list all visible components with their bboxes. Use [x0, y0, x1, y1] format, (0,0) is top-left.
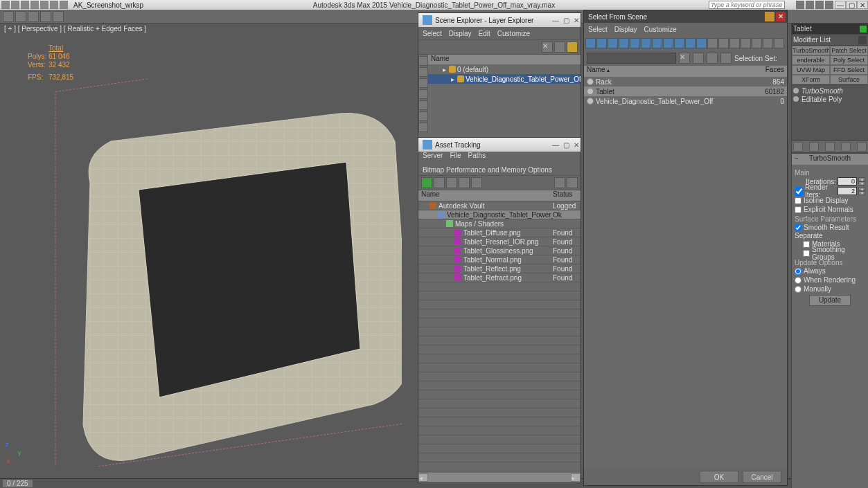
maximize-icon[interactable]: ▢	[563, 141, 569, 149]
filter-none-icon[interactable]	[718, 38, 729, 48]
modifier-preset-button[interactable]: enderable Spli	[792, 55, 830, 65]
refresh-icon[interactable]	[421, 177, 432, 188]
cancel-button[interactable]: Cancel	[743, 471, 781, 483]
menu-display[interactable]: Display	[614, 26, 637, 33]
menu-server[interactable]: Server	[423, 152, 443, 159]
scene-tree-row[interactable]: ▸Vehicle_Diagnostic_Tablet_Power_Off	[428, 74, 581, 84]
minimize-button[interactable]: —	[835, 1, 846, 9]
dropdown-arrow-icon[interactable]	[858, 36, 867, 44]
search-clear-icon[interactable]: ✕	[679, 53, 690, 64]
view-hier-icon[interactable]	[707, 53, 718, 64]
filter-invert-icon[interactable]	[729, 38, 740, 48]
filter-icon[interactable]	[418, 111, 428, 121]
toolbar-button[interactable]	[15, 11, 26, 22]
maximize-button[interactable]: ▢	[846, 1, 857, 9]
select-from-list[interactable]: Rack864Tablet60182Vehicle_Diagnostic_Tab…	[584, 77, 787, 469]
search-input[interactable]	[587, 53, 676, 64]
toolbar-button[interactable]	[28, 11, 39, 22]
expand-toggle-icon[interactable]: ▸	[441, 66, 448, 73]
scene-explorer-title-bar[interactable]: Scene Explorer - Layer Explorer — ▢ ✕	[418, 13, 581, 27]
smoothing-groups-checkbox[interactable]	[803, 250, 810, 257]
modifier-toggle-icon[interactable]	[793, 96, 799, 102]
filter-icon[interactable]	[418, 89, 428, 99]
filter-shapes-icon[interactable]	[596, 38, 607, 48]
filter-bone-icon[interactable]	[674, 38, 684, 48]
col-name[interactable]: Name	[418, 190, 553, 201]
asset-row[interactable]: Tablet_Fresnel_IOR.pngFound	[418, 237, 581, 246]
menu-customize[interactable]: Customize	[644, 26, 677, 33]
col-name[interactable]: Name	[587, 66, 605, 73]
close-icon[interactable]: ✕	[776, 12, 786, 21]
filter-groups-icon[interactable]	[652, 38, 662, 48]
select-dependent-icon[interactable]	[774, 38, 784, 48]
sort-asc-icon[interactable]: ▴	[607, 67, 610, 73]
view-by-layer-icon[interactable]	[554, 42, 565, 53]
filter-frozen-icon[interactable]	[696, 38, 707, 48]
object-row[interactable]: Vehicle_Diagnostic_Tablet_Power_Off0	[584, 96, 787, 106]
expand-toggle-icon[interactable]: ▸	[449, 75, 456, 83]
close-icon[interactable]: ✕	[574, 17, 579, 24]
menu-edit[interactable]: Edit	[479, 30, 490, 37]
object-row[interactable]: Rack864	[584, 77, 787, 87]
asset-row[interactable]: Vehicle_Diagnostic_Tablet_Power_Off_max_…	[418, 210, 581, 219]
menu-display[interactable]: Display	[449, 30, 472, 37]
tool-icon[interactable]	[459, 177, 470, 188]
collapse-icon[interactable]	[752, 38, 762, 48]
view-by-hierarchy-icon[interactable]	[567, 42, 578, 53]
minimize-icon[interactable]: —	[552, 17, 559, 24]
rollout-header[interactable]: − TurboSmooth	[792, 154, 868, 165]
expand-icon[interactable]	[741, 38, 751, 48]
modifier-preset-button[interactable]: TurboSmooth	[792, 46, 830, 55]
object-color-swatch[interactable]	[860, 26, 867, 33]
filter-icon[interactable]	[418, 100, 428, 110]
tool-icon[interactable]	[446, 177, 457, 188]
manually-radio[interactable]	[795, 286, 801, 293]
filter-icon[interactable]	[418, 78, 428, 88]
make-unique-icon[interactable]	[825, 142, 835, 152]
filter-lights-icon[interactable]	[608, 38, 618, 48]
asset-row[interactable]: Autodesk VaultLogged	[418, 201, 581, 210]
menu-select[interactable]: Select	[588, 26, 608, 33]
select-children-icon[interactable]	[763, 38, 773, 48]
modifier-list-dropdown[interactable]: Modifier List	[792, 35, 868, 46]
materials-checkbox[interactable]	[803, 241, 810, 248]
close-icon[interactable]: ✕	[574, 141, 579, 149]
modifier-preset-button[interactable]: Patch Select	[830, 46, 868, 55]
asset-row[interactable]: Tablet_Glossiness.pngFound	[418, 246, 581, 255]
render-iters-field[interactable]: 2	[838, 187, 857, 195]
smooth-result-checkbox[interactable]	[795, 224, 801, 231]
menu-customize[interactable]: Customize	[497, 30, 530, 37]
filter-icon[interactable]	[418, 56, 428, 66]
toolbar-button[interactable]	[40, 11, 51, 22]
menu-file[interactable]: File	[450, 152, 461, 159]
scroll-left-icon[interactable]: ◂	[418, 473, 428, 482]
show-end-result-icon[interactable]	[809, 142, 819, 152]
filter-cameras-icon[interactable]	[619, 38, 629, 48]
asset-tracking-title-bar[interactable]: Asset Tracking — ▢ ✕	[418, 138, 581, 152]
minimize-icon[interactable]: —	[552, 141, 559, 149]
ok-button[interactable]: OK	[700, 471, 738, 483]
asset-row[interactable]: Tablet_Reflect.pngFound	[418, 264, 581, 273]
select-from-title-bar[interactable]: Select From Scene ✕	[584, 10, 787, 23]
maximize-icon[interactable]: ▢	[563, 17, 569, 24]
menu-paths[interactable]: Paths	[468, 152, 486, 159]
asset-row[interactable]: Maps / Shaders	[418, 219, 581, 228]
menu-select[interactable]: Select	[423, 30, 442, 37]
redo-icon[interactable]	[50, 1, 58, 9]
modifier-preset-button[interactable]: Surface Select	[830, 75, 868, 84]
modifier-stack-item[interactable]: Editable Poly	[793, 95, 867, 103]
configure-sets-icon[interactable]	[857, 142, 867, 152]
viewport-label[interactable]: [ + ] [ Perspective ] [ Realistic + Edge…	[4, 25, 146, 33]
asset-horiz-scrollbar[interactable]: ◂ ▸	[418, 473, 581, 482]
isoline-checkbox[interactable]	[795, 197, 801, 204]
spinner-arrows[interactable]: ▴▾	[858, 187, 865, 195]
col-status[interactable]: Status	[553, 190, 581, 201]
filter-helpers-icon[interactable]	[630, 38, 640, 48]
help-icon[interactable]	[554, 177, 565, 188]
save-icon[interactable]	[30, 1, 39, 9]
project-icon[interactable]	[60, 1, 68, 9]
lightbulb-icon[interactable]	[765, 12, 774, 21]
toolbar-button[interactable]	[53, 11, 64, 22]
pin-stack-icon[interactable]	[793, 142, 803, 152]
modifier-toggle-icon[interactable]	[793, 88, 799, 93]
